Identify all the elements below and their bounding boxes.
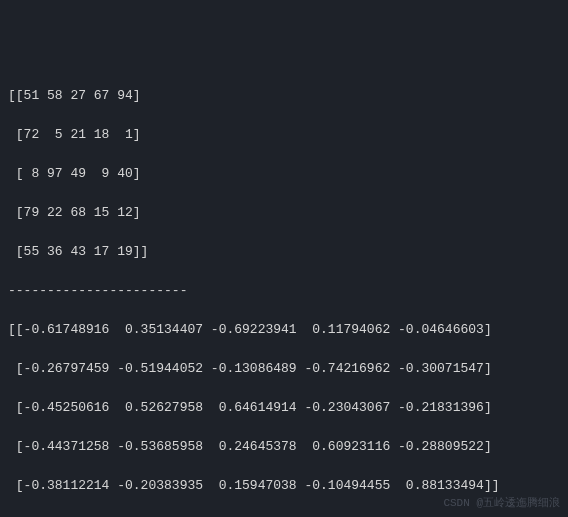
matrix2-row: [-0.38112214 -0.20383935 0.15947038 -0.1… <box>8 476 560 496</box>
matrix2-row: [[-0.61748916 0.35134407 -0.69223941 0.1… <box>8 320 560 340</box>
matrix2-row: [-0.26797459 -0.51944052 -0.13086489 -0.… <box>8 359 560 379</box>
watermark-text: CSDN @五岭逶迤腾细浪 <box>443 495 560 512</box>
matrix1-row: [55 36 43 17 19]] <box>8 242 560 262</box>
separator: ----------------------- <box>8 281 560 301</box>
matrix1-row: [72 5 21 18 1] <box>8 125 560 145</box>
matrix2-row: [-0.45250616 0.52627958 0.64614914 -0.23… <box>8 398 560 418</box>
matrix2-row: [-0.44371258 -0.53685958 0.24645378 0.60… <box>8 437 560 457</box>
matrix1-row: [79 22 68 15 12] <box>8 203 560 223</box>
matrix1-row: [ 8 97 49 9 40] <box>8 164 560 184</box>
matrix1-row: [[51 58 27 67 94] <box>8 86 560 106</box>
